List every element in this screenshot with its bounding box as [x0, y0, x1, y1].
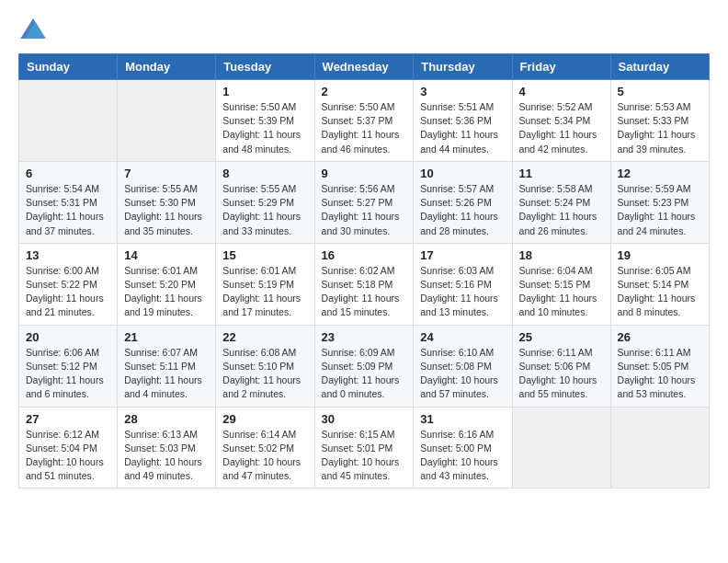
calendar-cell: 18Sunrise: 6:04 AM Sunset: 5:15 PM Dayli… — [512, 243, 610, 325]
calendar-cell: 13Sunrise: 6:00 AM Sunset: 5:22 PM Dayli… — [19, 243, 118, 325]
day-number: 11 — [519, 167, 604, 180]
day-number: 29 — [222, 412, 307, 426]
day-number: 14 — [124, 248, 209, 262]
calendar-cell: 26Sunrise: 6:11 AM Sunset: 5:05 PM Dayli… — [610, 325, 709, 407]
cell-content: Sunrise: 6:03 AM Sunset: 5:16 PM Dayligh… — [420, 264, 505, 320]
day-number: 4 — [519, 85, 604, 98]
calendar-table: SundayMondayTuesdayWednesdayThursdayFrid… — [18, 53, 710, 488]
day-number: 19 — [618, 248, 702, 262]
cell-content: Sunrise: 5:59 AM Sunset: 5:23 PM Dayligh… — [618, 182, 702, 238]
day-number: 12 — [618, 167, 702, 180]
cell-content: Sunrise: 5:52 AM Sunset: 5:34 PM Dayligh… — [519, 100, 604, 156]
cell-content: Sunrise: 6:05 AM Sunset: 5:14 PM Dayligh… — [618, 264, 702, 320]
logo-icon — [20, 18, 46, 39]
cell-content: Sunrise: 6:11 AM Sunset: 5:06 PM Dayligh… — [519, 346, 604, 402]
calendar-week-1: 1Sunrise: 5:50 AM Sunset: 5:39 PM Daylig… — [19, 80, 710, 162]
calendar-cell — [610, 407, 709, 488]
calendar-cell: 10Sunrise: 5:57 AM Sunset: 5:26 PM Dayli… — [414, 161, 512, 243]
day-number: 5 — [618, 85, 702, 98]
calendar-cell: 15Sunrise: 6:01 AM Sunset: 5:19 PM Dayli… — [216, 243, 314, 325]
weekday-header-thursday: Thursday — [414, 54, 512, 80]
day-number: 25 — [519, 330, 604, 344]
day-number: 18 — [519, 248, 604, 262]
cell-content: Sunrise: 5:56 AM Sunset: 5:27 PM Dayligh… — [322, 182, 407, 238]
calendar-cell: 7Sunrise: 5:55 AM Sunset: 5:30 PM Daylig… — [118, 161, 216, 243]
day-number: 31 — [420, 412, 505, 426]
day-number: 15 — [222, 248, 307, 262]
calendar-cell: 2Sunrise: 5:50 AM Sunset: 5:37 PM Daylig… — [314, 80, 414, 162]
weekday-header-monday: Monday — [118, 54, 216, 80]
calendar-cell: 17Sunrise: 6:03 AM Sunset: 5:16 PM Dayli… — [414, 243, 512, 325]
cell-content: Sunrise: 6:14 AM Sunset: 5:02 PM Dayligh… — [222, 428, 307, 484]
calendar-cell: 21Sunrise: 6:07 AM Sunset: 5:11 PM Dayli… — [118, 325, 216, 407]
calendar-cell: 16Sunrise: 6:02 AM Sunset: 5:18 PM Dayli… — [314, 243, 414, 325]
page-header — [18, 18, 710, 39]
calendar-cell: 9Sunrise: 5:56 AM Sunset: 5:27 PM Daylig… — [314, 161, 414, 243]
logo — [18, 18, 50, 39]
calendar-cell: 31Sunrise: 6:16 AM Sunset: 5:00 PM Dayli… — [414, 407, 512, 488]
calendar-cell — [512, 407, 610, 488]
weekday-header-sunday: Sunday — [19, 54, 118, 80]
cell-content: Sunrise: 6:15 AM Sunset: 5:01 PM Dayligh… — [322, 428, 407, 484]
cell-content: Sunrise: 5:55 AM Sunset: 5:29 PM Dayligh… — [222, 182, 307, 238]
cell-content: Sunrise: 5:50 AM Sunset: 5:39 PM Dayligh… — [222, 100, 307, 156]
day-number: 8 — [222, 167, 307, 180]
day-number: 21 — [124, 330, 209, 344]
calendar-cell: 20Sunrise: 6:06 AM Sunset: 5:12 PM Dayli… — [19, 325, 118, 407]
calendar-cell: 4Sunrise: 5:52 AM Sunset: 5:34 PM Daylig… — [512, 80, 610, 162]
cell-content: Sunrise: 5:50 AM Sunset: 5:37 PM Dayligh… — [322, 100, 407, 156]
day-number: 1 — [222, 85, 307, 98]
cell-content: Sunrise: 6:01 AM Sunset: 5:19 PM Dayligh… — [222, 264, 307, 320]
calendar-cell: 14Sunrise: 6:01 AM Sunset: 5:20 PM Dayli… — [118, 243, 216, 325]
calendar-cell: 3Sunrise: 5:51 AM Sunset: 5:36 PM Daylig… — [414, 80, 512, 162]
day-number: 23 — [322, 330, 407, 344]
cell-content: Sunrise: 6:16 AM Sunset: 5:00 PM Dayligh… — [420, 428, 505, 484]
day-number: 24 — [420, 330, 505, 344]
cell-content: Sunrise: 6:10 AM Sunset: 5:08 PM Dayligh… — [420, 346, 505, 402]
cell-content: Sunrise: 6:02 AM Sunset: 5:18 PM Dayligh… — [322, 264, 407, 320]
weekday-header-saturday: Saturday — [610, 54, 709, 80]
calendar-cell: 22Sunrise: 6:08 AM Sunset: 5:10 PM Dayli… — [216, 325, 314, 407]
day-number: 16 — [322, 248, 407, 262]
calendar-cell: 12Sunrise: 5:59 AM Sunset: 5:23 PM Dayli… — [610, 161, 709, 243]
day-number: 9 — [322, 167, 407, 180]
calendar-cell: 30Sunrise: 6:15 AM Sunset: 5:01 PM Dayli… — [314, 407, 414, 488]
cell-content: Sunrise: 6:11 AM Sunset: 5:05 PM Dayligh… — [618, 346, 702, 402]
day-number: 3 — [420, 85, 505, 98]
day-number: 13 — [26, 248, 110, 262]
cell-content: Sunrise: 6:04 AM Sunset: 5:15 PM Dayligh… — [519, 264, 604, 320]
cell-content: Sunrise: 5:54 AM Sunset: 5:31 PM Dayligh… — [26, 182, 110, 238]
cell-content: Sunrise: 6:13 AM Sunset: 5:03 PM Dayligh… — [124, 428, 209, 484]
calendar-cell: 24Sunrise: 6:10 AM Sunset: 5:08 PM Dayli… — [414, 325, 512, 407]
day-number: 20 — [26, 330, 110, 344]
calendar-week-4: 20Sunrise: 6:06 AM Sunset: 5:12 PM Dayli… — [19, 325, 710, 407]
calendar-week-5: 27Sunrise: 6:12 AM Sunset: 5:04 PM Dayli… — [19, 407, 710, 488]
day-number: 7 — [124, 167, 209, 180]
day-number: 2 — [322, 85, 407, 98]
cell-content: Sunrise: 6:01 AM Sunset: 5:20 PM Dayligh… — [124, 264, 209, 320]
calendar-week-2: 6Sunrise: 5:54 AM Sunset: 5:31 PM Daylig… — [19, 161, 710, 243]
calendar-cell — [19, 80, 118, 162]
cell-content: Sunrise: 6:00 AM Sunset: 5:22 PM Dayligh… — [26, 264, 110, 320]
calendar-cell — [118, 80, 216, 162]
cell-content: Sunrise: 6:07 AM Sunset: 5:11 PM Dayligh… — [124, 346, 209, 402]
weekday-header-wednesday: Wednesday — [314, 54, 414, 80]
cell-content: Sunrise: 5:53 AM Sunset: 5:33 PM Dayligh… — [618, 100, 702, 156]
day-number: 27 — [26, 412, 110, 426]
calendar-cell: 11Sunrise: 5:58 AM Sunset: 5:24 PM Dayli… — [512, 161, 610, 243]
cell-content: Sunrise: 5:55 AM Sunset: 5:30 PM Dayligh… — [124, 182, 209, 238]
weekday-header-friday: Friday — [512, 54, 610, 80]
calendar-cell: 19Sunrise: 6:05 AM Sunset: 5:14 PM Dayli… — [610, 243, 709, 325]
cell-content: Sunrise: 6:06 AM Sunset: 5:12 PM Dayligh… — [26, 346, 110, 402]
calendar-cell: 6Sunrise: 5:54 AM Sunset: 5:31 PM Daylig… — [19, 161, 118, 243]
cell-content: Sunrise: 6:12 AM Sunset: 5:04 PM Dayligh… — [26, 428, 110, 484]
day-number: 6 — [26, 167, 110, 180]
cell-content: Sunrise: 6:08 AM Sunset: 5:10 PM Dayligh… — [222, 346, 307, 402]
calendar-cell: 27Sunrise: 6:12 AM Sunset: 5:04 PM Dayli… — [19, 407, 118, 488]
calendar-week-3: 13Sunrise: 6:00 AM Sunset: 5:22 PM Dayli… — [19, 243, 710, 325]
calendar-cell: 1Sunrise: 5:50 AM Sunset: 5:39 PM Daylig… — [216, 80, 314, 162]
calendar-header-row: SundayMondayTuesdayWednesdayThursdayFrid… — [19, 54, 710, 80]
day-number: 30 — [322, 412, 407, 426]
calendar-cell: 23Sunrise: 6:09 AM Sunset: 5:09 PM Dayli… — [314, 325, 414, 407]
calendar-cell: 28Sunrise: 6:13 AM Sunset: 5:03 PM Dayli… — [118, 407, 216, 488]
